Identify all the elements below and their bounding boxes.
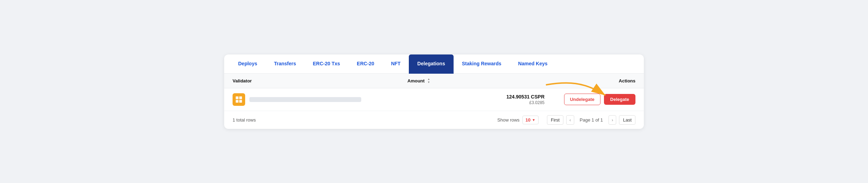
chevron-right-icon: › (612, 117, 613, 123)
tab-erc20[interactable]: ERC-20 (348, 54, 383, 74)
amount-primary: 124.90531 CSPR (407, 94, 545, 100)
svg-rect-4 (239, 100, 242, 103)
col-header-actions: Actions (558, 78, 635, 83)
table-footer: 1 total rows Show rows 10 ▼ First ‹ Page… (224, 111, 644, 129)
tab-transfers[interactable]: Transfers (265, 54, 304, 74)
col-header-validator: Validator (233, 78, 407, 83)
tab-bar: Deploys Transfers ERC-20 Txs ERC-20 NFT … (224, 54, 644, 74)
actions-cell: Undelegate Delegate (558, 94, 635, 105)
sort-down-icon: ▼ (427, 81, 430, 84)
validator-icon (233, 93, 245, 106)
validator-address (249, 97, 361, 102)
table-row: 124.90531 CSPR £3.0285 Undelegate Delega… (224, 88, 644, 111)
prev-page-button[interactable]: ‹ (566, 115, 574, 125)
validator-cell (233, 93, 407, 106)
rows-per-page-value: 10 (526, 117, 531, 123)
svg-rect-1 (236, 96, 239, 99)
show-rows-control: Show rows 10 ▼ (497, 116, 539, 124)
rows-per-page-select[interactable]: 10 ▼ (522, 116, 539, 124)
total-rows-label: 1 total rows (233, 117, 256, 123)
chevron-down-icon: ▼ (532, 118, 535, 122)
main-card: Deploys Transfers ERC-20 Txs ERC-20 NFT … (224, 54, 644, 129)
chevron-left-icon: ‹ (569, 117, 571, 123)
tab-erc20txs[interactable]: ERC-20 Txs (305, 54, 349, 74)
tab-deploys[interactable]: Deploys (230, 54, 265, 74)
next-page-button[interactable]: › (609, 115, 616, 125)
svg-rect-3 (236, 100, 239, 103)
show-rows-label: Show rows (497, 117, 520, 123)
delegate-button[interactable]: Delegate (604, 94, 635, 105)
tab-staking-rewards[interactable]: Staking Rewards (454, 54, 510, 74)
amount-secondary: £3.0285 (407, 100, 545, 105)
svg-rect-2 (239, 96, 242, 99)
tab-named-keys[interactable]: Named Keys (510, 54, 556, 74)
row-container: 124.90531 CSPR £3.0285 Undelegate Delega… (224, 88, 644, 111)
tab-nft[interactable]: NFT (383, 54, 409, 74)
table-header: Validator Amount ▲ ▼ Actions (224, 74, 644, 88)
last-page-button[interactable]: Last (619, 115, 635, 125)
sort-icons[interactable]: ▲ ▼ (427, 78, 430, 84)
tab-delegations[interactable]: Delegations (409, 54, 453, 74)
page-info: Page 1 of 1 (580, 117, 603, 123)
undelegate-button[interactable]: Undelegate (564, 94, 600, 105)
amount-cell: 124.90531 CSPR £3.0285 (407, 94, 558, 105)
first-page-button[interactable]: First (547, 115, 563, 125)
validator-logo-icon (235, 96, 243, 103)
pagination: Show rows 10 ▼ First ‹ Page 1 of 1 › Las… (497, 115, 635, 125)
sort-up-icon: ▲ (427, 78, 430, 81)
col-header-amount: Amount ▲ ▼ (407, 78, 558, 84)
